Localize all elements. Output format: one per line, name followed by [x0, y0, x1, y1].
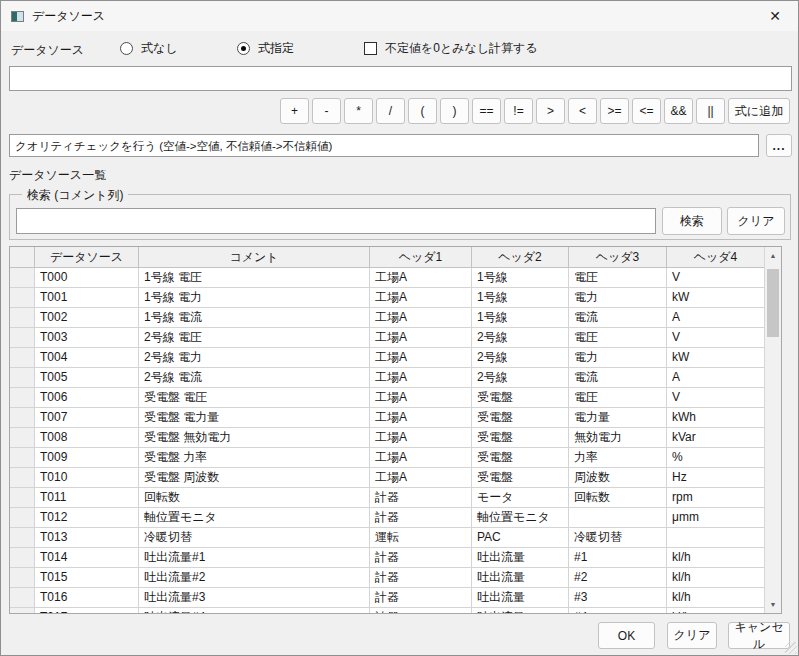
close-icon[interactable]: ✕ — [758, 3, 792, 29]
table-cell: T000 — [35, 268, 139, 288]
table-cell: 力率 — [569, 448, 667, 468]
column-header[interactable]: データソース — [35, 247, 139, 268]
column-header[interactable]: コメント — [139, 247, 370, 268]
radio-circle-icon[interactable] — [120, 42, 133, 55]
table-cell: T016 — [35, 588, 139, 608]
radio-formula[interactable]: 式指定 — [237, 40, 294, 57]
operator-button[interactable]: == — [472, 98, 501, 124]
table-row[interactable]: T009受電盤 力率工場A受電盤力率% — [10, 448, 764, 468]
radio-no-formula-label: 式なし — [141, 40, 178, 57]
table-row[interactable]: T013冷暖切替運転PAC冷暖切替 — [10, 528, 764, 548]
operator-button[interactable]: / — [376, 98, 405, 124]
operator-button[interactable]: * — [344, 98, 373, 124]
operator-button[interactable]: + — [280, 98, 309, 124]
operator-button[interactable]: <= — [632, 98, 661, 124]
row-selector[interactable] — [10, 548, 35, 568]
table-row[interactable]: T0021号線 電流工場A1号線電流A — [10, 308, 764, 328]
table-row[interactable]: T010受電盤 周波数工場A受電盤周波数Hz — [10, 468, 764, 488]
table-row[interactable]: T0042号線 電力工場A2号線電力kW — [10, 348, 764, 368]
checkbox-icon[interactable] — [364, 42, 377, 55]
table-row[interactable]: T0001号線 電圧工場A1号線電圧V — [10, 268, 764, 288]
table-cell: 工場A — [370, 388, 472, 408]
operator-button[interactable]: || — [696, 98, 725, 124]
table-row[interactable]: T0011号線 電力工場A1号線電力kW — [10, 288, 764, 308]
row-selector[interactable] — [10, 528, 35, 548]
quality-check-field[interactable]: クオリティチェックを行う (空値->空値, 不信頼値->不信頼値) — [9, 134, 759, 157]
table-row[interactable]: T012軸位置モニタ計器軸位置モニタμmm — [10, 508, 764, 528]
row-selector[interactable] — [10, 308, 35, 328]
table-cell: T005 — [35, 368, 139, 388]
table-cell: 吐出流量 — [472, 568, 569, 588]
table-cell: 電圧 — [569, 328, 667, 348]
scroll-down-icon[interactable]: ▼ — [765, 596, 781, 613]
row-selector[interactable] — [10, 348, 35, 368]
add-to-formula-button[interactable]: 式に追加 — [728, 98, 790, 124]
column-header[interactable]: ヘッダ4 — [667, 247, 764, 268]
row-selector[interactable] — [10, 488, 35, 508]
table-cell: V — [667, 268, 764, 288]
row-selector[interactable] — [10, 288, 35, 308]
operator-button[interactable]: < — [568, 98, 597, 124]
search-clear-button[interactable]: クリア — [727, 207, 785, 235]
table-row[interactable]: T011回転数計器モータ回転数rpm — [10, 488, 764, 508]
table-cell: 1号線 — [472, 288, 569, 308]
table-row[interactable]: T016吐出流量#3計器吐出流量#3kl/h — [10, 588, 764, 608]
operator-button[interactable]: ) — [440, 98, 469, 124]
row-selector[interactable] — [10, 468, 35, 488]
clear-button[interactable]: クリア — [667, 622, 717, 649]
search-button[interactable]: 検索 — [662, 207, 722, 235]
ok-button[interactable]: OK — [598, 622, 655, 649]
treat-undefined-as-zero-checkbox[interactable]: 不定値を0とみなし計算する — [364, 40, 538, 57]
column-header[interactable]: ヘッダ3 — [569, 247, 667, 268]
operator-button[interactable]: ( — [408, 98, 437, 124]
table-row[interactable]: T015吐出流量#2計器吐出流量#2kl/h — [10, 568, 764, 588]
row-selector[interactable] — [10, 408, 35, 428]
operator-button[interactable]: != — [504, 98, 533, 124]
datasource-table: データソースコメントヘッダ1ヘッダ2ヘッダ3ヘッダ4 T0001号線 電圧工場A… — [9, 246, 782, 614]
row-selector[interactable] — [10, 508, 35, 528]
scrollbar-thumb[interactable] — [767, 269, 779, 337]
row-selector[interactable] — [10, 388, 35, 408]
cancel-button[interactable]: キャンセル — [728, 622, 790, 649]
table-cell: 2号線 — [472, 348, 569, 368]
operator-button[interactable]: > — [536, 98, 565, 124]
table-row[interactable]: T014吐出流量#1計器吐出流量#1kl/h — [10, 548, 764, 568]
table-cell — [667, 528, 764, 548]
column-header[interactable]: ヘッダ2 — [472, 247, 569, 268]
table-row[interactable]: T007受電盤 電力量工場A受電盤電力量kWh — [10, 408, 764, 428]
radio-circle-checked-icon[interactable] — [237, 42, 250, 55]
table-cell: 吐出流量#1 — [139, 548, 370, 568]
row-selector[interactable] — [10, 268, 35, 288]
table-cell: 計器 — [370, 488, 472, 508]
row-selector[interactable] — [10, 328, 35, 348]
operator-button[interactable]: - — [312, 98, 341, 124]
row-selector[interactable] — [10, 608, 35, 613]
expression-input[interactable] — [9, 66, 792, 91]
table-cell: 冷暖切替 — [139, 528, 370, 548]
header-selector-cell — [10, 247, 35, 268]
operator-button[interactable]: && — [664, 98, 693, 124]
row-selector[interactable] — [10, 428, 35, 448]
table-row[interactable]: T006受電盤 電圧工場A受電盤電圧V — [10, 388, 764, 408]
table-cell: 工場A — [370, 428, 472, 448]
table-row[interactable]: T0052号線 電流工場A2号線電流A — [10, 368, 764, 388]
search-input[interactable] — [16, 208, 656, 234]
vertical-scrollbar[interactable]: ▲ ▼ — [764, 247, 781, 613]
resize-grip[interactable] — [785, 642, 797, 654]
row-selector[interactable] — [10, 368, 35, 388]
table-cell: T002 — [35, 308, 139, 328]
table-row[interactable]: T0032号線 電圧工場A2号線電圧V — [10, 328, 764, 348]
table-row[interactable]: T017吐出流量#4計器吐出流量#4kl/h — [10, 608, 764, 613]
datasource-label: データソース — [11, 42, 84, 59]
table-row[interactable]: T008受電盤 無効電力工場A受電盤無効電力kVar — [10, 428, 764, 448]
scroll-up-icon[interactable]: ▲ — [765, 247, 781, 264]
table-cell: 工場A — [370, 468, 472, 488]
column-header[interactable]: ヘッダ1 — [370, 247, 472, 268]
radio-no-formula[interactable]: 式なし — [120, 40, 178, 57]
operator-button[interactable]: >= — [600, 98, 629, 124]
row-selector[interactable] — [10, 448, 35, 468]
table-cell: 2号線 電力 — [139, 348, 370, 368]
browse-button[interactable]: ... — [766, 134, 792, 157]
row-selector[interactable] — [10, 588, 35, 608]
row-selector[interactable] — [10, 568, 35, 588]
